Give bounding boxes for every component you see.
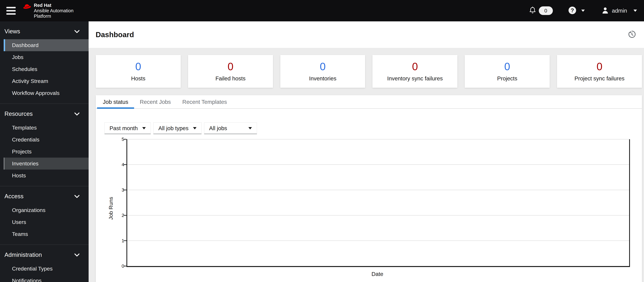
- nav-item[interactable]: Credential Types: [4, 263, 88, 275]
- chevron-down-icon: [74, 252, 80, 258]
- summary-card-value[interactable]: 0: [320, 61, 326, 72]
- chart-tick-label: 4: [122, 162, 124, 167]
- chart-x-axis-label: Date: [126, 271, 628, 277]
- main-area: Dashboard 0 Hosts 0 Failed hosts 0 Inven…: [88, 21, 644, 282]
- logo-product-line2: Platform: [34, 13, 74, 19]
- chevron-down-icon: [74, 111, 80, 117]
- nav-item-label: Hosts: [12, 172, 26, 179]
- nav-section-label: Administration: [4, 252, 42, 258]
- filter-dropdown-value: All jobs: [209, 125, 227, 131]
- chart-gridline: [127, 241, 629, 241]
- nav-section: Administration Credential Types Notifica…: [0, 245, 88, 282]
- summary-card-value[interactable]: 0: [228, 61, 234, 72]
- nav-item[interactable]: Activity Stream: [4, 75, 88, 87]
- nav-item-label: Inventories: [12, 160, 38, 167]
- nav-item[interactable]: Projects: [4, 146, 88, 158]
- chart-gridline: [127, 139, 629, 139]
- svg-text:?: ?: [570, 7, 574, 13]
- chevron-down-icon: [74, 193, 80, 200]
- summary-card-label: Hosts: [131, 75, 145, 82]
- nav-section-label: Access: [4, 193, 24, 200]
- summary-card-label: Inventories: [309, 75, 336, 82]
- nav-item-label: Dashboard: [12, 42, 38, 48]
- chevron-down-icon: [74, 28, 80, 35]
- job-status-panel: Job statusRecent JobsRecent Templates Pa…: [96, 95, 642, 282]
- top-bar: Red Hat Ansible Automation Platform 0 ?: [0, 0, 644, 21]
- nav-item[interactable]: Dashboard: [4, 39, 88, 51]
- nav-item-label: Users: [12, 219, 26, 225]
- nav-section-header[interactable]: Administration: [0, 249, 88, 261]
- summary-card: 0 Inventory sync failures: [372, 55, 458, 88]
- notifications-bell-icon[interactable]: [529, 6, 536, 15]
- filter-dropdown-value: Past month: [110, 125, 138, 131]
- panel-tabs: Job statusRecent JobsRecent Templates: [96, 95, 642, 109]
- chart-tick-label: 0: [122, 264, 124, 269]
- chart-plot-area: 5 4 3 2 1 0: [126, 139, 630, 267]
- sidebar-nav: Views Dashboard Jobs Schedules Activity …: [0, 21, 88, 282]
- logo-product-line1: Ansible Automation: [34, 8, 74, 13]
- help-caret-down-icon[interactable]: [581, 9, 585, 12]
- filter-dropdown[interactable]: All jobs: [204, 122, 257, 134]
- nav-item[interactable]: Templates: [4, 122, 88, 134]
- nav-section: Views Dashboard Jobs Schedules Activity …: [0, 21, 88, 103]
- filter-dropdown[interactable]: All job types: [153, 122, 202, 134]
- summary-cards-row: 0 Hosts 0 Failed hosts 0 Inventories 0 I…: [96, 55, 642, 88]
- nav-item[interactable]: Organizations: [4, 204, 88, 216]
- filter-dropdown[interactable]: Past month: [104, 122, 151, 134]
- dropdown-caret-icon: [142, 127, 146, 129]
- history-icon[interactable]: [628, 30, 636, 39]
- chart-gridline: [127, 215, 629, 216]
- summary-card-value[interactable]: 0: [504, 61, 510, 72]
- nav-section-label: Views: [4, 28, 20, 35]
- nav-item-label: Templates: [12, 125, 37, 131]
- nav-section-header[interactable]: Access: [0, 190, 88, 202]
- nav-item[interactable]: Teams: [4, 228, 88, 240]
- panel-tab[interactable]: Recent Jobs: [134, 95, 177, 108]
- dropdown-caret-icon: [193, 127, 196, 129]
- page-header: Dashboard: [88, 21, 644, 48]
- summary-card-label: Failed hosts: [215, 75, 246, 82]
- nav-item[interactable]: Schedules: [4, 63, 88, 75]
- user-caret-down-icon[interactable]: [634, 9, 637, 12]
- nav-item-label: Projects: [12, 149, 32, 155]
- nav-item-label: Teams: [12, 231, 28, 237]
- nav-item[interactable]: Workflow Approvals: [4, 87, 88, 99]
- chart-filters: Past month All job types All jobs: [104, 122, 642, 134]
- nav-item-label: Organizations: [12, 207, 46, 213]
- nav-item-label: Credentials: [12, 137, 40, 143]
- nav-item[interactable]: Inventories: [4, 158, 88, 170]
- summary-card-value[interactable]: 0: [596, 61, 602, 72]
- summary-card: 0 Inventories: [280, 55, 365, 88]
- chart-tick-label: 1: [122, 238, 124, 243]
- summary-card-label: Inventory sync failures: [387, 75, 443, 82]
- nav-section: Access Organizations Users Teams: [0, 186, 88, 245]
- nav-item-label: Notifications: [12, 278, 42, 282]
- nav-section-header[interactable]: Resources: [0, 108, 88, 120]
- nav-item[interactable]: Users: [4, 216, 88, 228]
- nav-item[interactable]: Credentials: [4, 134, 88, 146]
- nav-item[interactable]: Jobs: [4, 51, 88, 63]
- panel-tab[interactable]: Job status: [97, 95, 134, 108]
- summary-card-label: Projects: [497, 75, 517, 82]
- chart-y-axis-label: Job Runs: [108, 197, 114, 220]
- nav-item[interactable]: Notifications: [4, 275, 88, 282]
- help-icon[interactable]: ?: [568, 6, 576, 15]
- user-name[interactable]: admin: [612, 7, 627, 14]
- chart-gridline: [127, 190, 629, 190]
- nav-section-header[interactable]: Views: [0, 25, 88, 37]
- nav-item-label: Schedules: [12, 66, 37, 72]
- summary-card-value[interactable]: 0: [412, 61, 418, 72]
- hamburger-menu-icon[interactable]: [6, 7, 16, 15]
- page-title: Dashboard: [96, 30, 134, 39]
- filter-dropdown-value: All job types: [158, 125, 188, 131]
- notifications-count-badge[interactable]: 0: [539, 6, 553, 15]
- redhat-aap-logo: Red Hat Ansible Automation Platform: [22, 2, 74, 19]
- chart-tick-label: 5: [122, 137, 124, 142]
- panel-tab[interactable]: Recent Templates: [176, 95, 233, 108]
- nav-item-label: Workflow Approvals: [12, 90, 60, 96]
- summary-card-value[interactable]: 0: [136, 61, 141, 72]
- nav-item[interactable]: Hosts: [4, 170, 88, 182]
- redhat-hat-icon: [22, 3, 32, 11]
- nav-section-label: Resources: [4, 111, 33, 117]
- summary-card: 0 Projects: [465, 55, 550, 88]
